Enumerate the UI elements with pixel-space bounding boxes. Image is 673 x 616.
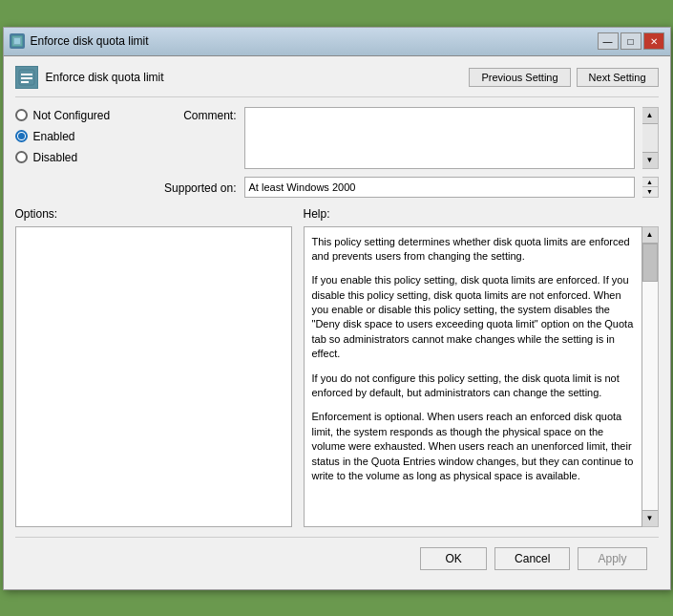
svg-rect-5 <box>21 81 29 83</box>
radio-not-configured-input[interactable] <box>15 109 28 121</box>
comment-scrollbar: ▲ ▼ <box>642 107 659 169</box>
help-scroll-track <box>642 244 658 510</box>
help-scroll-thumb[interactable] <box>642 244 658 282</box>
help-scrollbar: ▲ ▼ <box>642 226 659 527</box>
minimize-button[interactable]: — <box>598 32 619 50</box>
svg-rect-3 <box>21 74 32 75</box>
window-icon <box>10 33 25 49</box>
supported-on-row: Supported on: At least Windows 2000 ▲ ▼ <box>151 177 659 198</box>
options-label: Options: <box>15 207 292 221</box>
svg-rect-1 <box>14 38 20 44</box>
help-label: Help: <box>304 207 659 221</box>
options-box <box>15 226 292 527</box>
close-button[interactable]: ✕ <box>643 32 664 50</box>
cancel-button[interactable]: Cancel <box>494 547 570 570</box>
radio-group: Not Configured Enabled Disabled <box>15 107 139 198</box>
title-bar-buttons: — □ ✕ <box>598 32 664 50</box>
title-bar: Enforce disk quota limit — □ ✕ <box>4 28 670 56</box>
help-para-4: Enforcement is optional. When users reac… <box>312 410 634 483</box>
bottom-section: Options: Help: This policy setting deter… <box>15 207 659 527</box>
radio-enabled-input[interactable] <box>15 130 28 142</box>
supported-on-scrollbar: ▲ ▼ <box>642 177 659 198</box>
title-bar-left: Enforce disk quota limit <box>10 33 149 49</box>
options-panel: Options: <box>15 207 292 527</box>
radio-disabled-input[interactable] <box>15 151 28 163</box>
main-window: Enforce disk quota limit — □ ✕ Enforce <box>3 27 671 590</box>
help-para-2: If you enable this policy setting, disk … <box>312 273 634 361</box>
help-panel: Help: This policy setting determines whe… <box>304 207 659 527</box>
footer: OK Cancel Apply <box>15 537 659 580</box>
radio-disabled[interactable]: Disabled <box>15 151 139 164</box>
supported-on-value: At least Windows 2000 <box>244 177 635 198</box>
radio-disabled-label: Disabled <box>33 151 78 164</box>
comment-scroll-up[interactable]: ▲ <box>642 108 658 124</box>
header-nav-buttons: Previous Setting Next Setting <box>469 68 658 87</box>
radio-not-configured-label: Not Configured <box>33 109 111 122</box>
apply-button[interactable]: Apply <box>578 547 646 570</box>
comment-row: Comment: ▲ ▼ <box>151 107 659 169</box>
next-setting-button[interactable]: Next Setting <box>577 68 659 87</box>
help-scroll-down[interactable]: ▼ <box>642 510 658 526</box>
help-text: This policy setting determines whether d… <box>304 226 642 527</box>
radio-enabled-dot <box>18 133 25 139</box>
radio-enabled-label: Enabled <box>33 130 75 143</box>
svg-rect-4 <box>21 77 32 79</box>
comment-textarea[interactable] <box>244 107 635 169</box>
supported-scroll-up[interactable]: ▲ <box>642 178 658 188</box>
comment-label: Comment: <box>151 107 237 122</box>
ok-button[interactable]: OK <box>420 547 487 570</box>
radio-enabled[interactable]: Enabled <box>15 130 139 143</box>
radio-not-configured[interactable]: Not Configured <box>15 109 139 122</box>
supported-on-label: Supported on: <box>151 180 237 195</box>
supported-scroll-down[interactable]: ▼ <box>642 187 658 197</box>
maximize-button[interactable]: □ <box>620 32 641 50</box>
setting-icon <box>15 66 38 89</box>
header-row: Enforce disk quota limit Previous Settin… <box>15 66 659 97</box>
help-scroll-up[interactable]: ▲ <box>642 227 658 244</box>
right-section: Comment: ▲ ▼ Supported on: At least Wind… <box>151 107 659 198</box>
supported-on-text: At least Windows 2000 <box>249 181 356 193</box>
help-box-wrapper: This policy setting determines whether d… <box>304 226 659 527</box>
main-content: Enforce disk quota limit Previous Settin… <box>4 56 670 589</box>
header-icon-title: Enforce disk quota limit <box>15 66 164 89</box>
help-para-1: This policy setting determines whether d… <box>312 235 634 265</box>
previous-setting-button[interactable]: Previous Setting <box>469 68 570 87</box>
comment-scroll-track <box>642 124 658 152</box>
comment-scroll-down[interactable]: ▼ <box>642 152 658 168</box>
form-section: Not Configured Enabled Disabled Comment <box>15 107 659 198</box>
setting-title: Enforce disk quota limit <box>46 71 164 84</box>
help-para-3: If you do not configure this policy sett… <box>312 372 634 401</box>
window-title: Enforce disk quota limit <box>31 34 149 48</box>
